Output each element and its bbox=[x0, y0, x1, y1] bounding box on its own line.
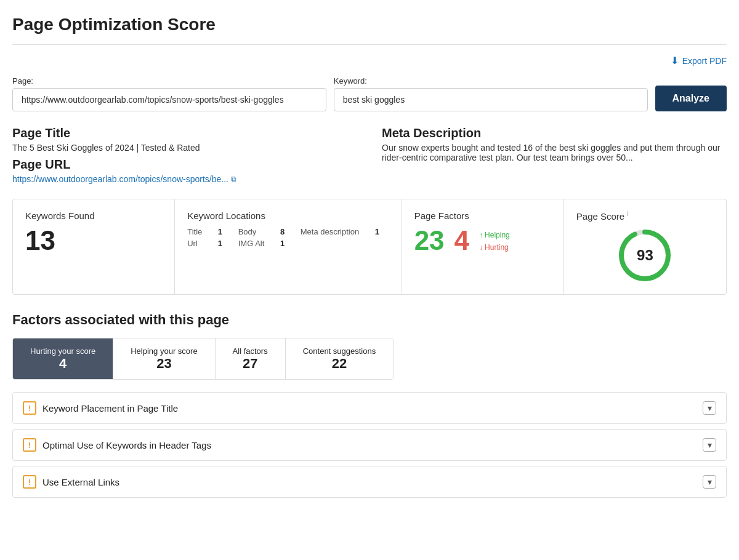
keywords-found-card: Keywords Found 13 bbox=[13, 199, 175, 294]
keywords-found-label: Keywords Found bbox=[25, 210, 162, 221]
imgalt-loc-value: 1 bbox=[280, 239, 294, 248]
factor-item-3-left: ! Use External Links bbox=[23, 475, 119, 489]
tab-helping-count: 23 bbox=[131, 356, 197, 372]
page-score-label: Page Score i bbox=[576, 210, 714, 222]
tab-helping[interactable]: Helping your score 23 bbox=[113, 338, 215, 379]
meta-right: Meta Description Our snow experts bought… bbox=[382, 126, 727, 184]
url-loc-value: 1 bbox=[218, 239, 232, 248]
collapse-icon-2[interactable]: ▾ bbox=[703, 438, 716, 452]
page-input[interactable] bbox=[12, 88, 326, 111]
page-factors-card: Page Factors 23 4 ↑ Helping ↓ Hurting bbox=[402, 199, 564, 294]
up-arrow-icon: ↑ bbox=[479, 231, 483, 239]
page-title: Page Optimization Score bbox=[12, 15, 727, 45]
tab-all[interactable]: All factors 27 bbox=[216, 338, 286, 379]
factor-item-1[interactable]: ! Keyword Placement in Page Title ▾ bbox=[12, 392, 727, 424]
keywords-found-value: 13 bbox=[25, 227, 162, 254]
body-loc-label: Body bbox=[238, 227, 274, 236]
collapse-icon-3[interactable]: ▾ bbox=[703, 475, 716, 489]
down-arrow-icon: ↓ bbox=[479, 243, 483, 252]
factor-item-2-left: ! Optimal Use of Keywords in Header Tags bbox=[23, 438, 211, 452]
imgalt-loc-label: IMG Alt bbox=[238, 239, 274, 248]
keyword-label: Keyword: bbox=[334, 76, 648, 86]
page-label: Page: bbox=[12, 76, 326, 86]
collapse-icon-1[interactable]: ▾ bbox=[703, 401, 716, 415]
tab-suggestions-count: 22 bbox=[303, 356, 376, 372]
tab-hurting[interactable]: Hurting your score 4 bbox=[13, 338, 113, 379]
warning-icon-2: ! bbox=[23, 438, 36, 452]
meta-description-label: Meta Description bbox=[382, 126, 727, 140]
page-title-value: The 5 Best Ski Goggles of 2024 | Tested … bbox=[12, 143, 357, 153]
keyword-locations-card: Keyword Locations Title 1 Body 8 Meta de… bbox=[175, 199, 402, 294]
meta-loc-value: 1 bbox=[375, 227, 389, 236]
meta-loc-label: Meta description bbox=[301, 227, 369, 236]
keyword-locations-grid: Title 1 Body 8 Meta description 1 Url 1 … bbox=[187, 227, 389, 248]
page-factors-label: Page Factors bbox=[414, 210, 551, 221]
factors-heading: Factors associated with this page bbox=[12, 312, 727, 328]
factor-name-2: Optimal Use of Keywords in Header Tags bbox=[42, 440, 211, 450]
info-superscript: i bbox=[627, 210, 628, 217]
title-loc-value: 1 bbox=[218, 227, 232, 236]
page-meta: Page Title The 5 Best Ski Goggles of 202… bbox=[12, 126, 727, 184]
factor-labels: ↑ Helping ↓ Hurting bbox=[479, 231, 510, 252]
page-url-section-label: Page URL bbox=[12, 158, 357, 172]
tab-helping-label: Helping your score bbox=[131, 346, 197, 356]
title-loc-label: Title bbox=[187, 227, 212, 236]
keyword-locations-label: Keyword Locations bbox=[187, 210, 389, 221]
page-score-card: Page Score i 93 bbox=[564, 199, 726, 294]
warning-icon-1: ! bbox=[23, 401, 36, 415]
tab-all-label: All factors bbox=[233, 346, 268, 356]
factor-name-1: Keyword Placement in Page Title bbox=[42, 403, 178, 414]
factor-item-1-left: ! Keyword Placement in Page Title bbox=[23, 401, 178, 415]
factor-name-3: Use External Links bbox=[42, 477, 119, 487]
export-label: Export PDF bbox=[682, 56, 727, 66]
stats-row: Keywords Found 13 Keyword Locations Titl… bbox=[12, 199, 727, 295]
analyze-button[interactable]: Analyze bbox=[655, 86, 727, 111]
export-pdf-button[interactable]: ⬇ Export PDF bbox=[671, 55, 727, 66]
url-section: Page URL https://www.outdoorgearlab.com/… bbox=[12, 158, 357, 184]
factor-item-2[interactable]: ! Optimal Use of Keywords in Header Tags… bbox=[12, 429, 727, 461]
page-url-link[interactable]: https://www.outdoorgearlab.com/topics/sn… bbox=[12, 174, 357, 184]
tab-suggestions-label: Content suggestions bbox=[303, 346, 376, 356]
meta-description-value: Our snow experts bought and tested 16 of… bbox=[382, 143, 727, 162]
keyword-input-group: Keyword: bbox=[334, 76, 648, 111]
tab-suggestions[interactable]: Content suggestions 22 bbox=[286, 338, 394, 379]
tab-hurting-label: Hurting your score bbox=[30, 346, 95, 356]
hurting-count: 4 bbox=[454, 227, 469, 254]
page-input-group: Page: bbox=[12, 76, 326, 111]
hurting-label: ↓ Hurting bbox=[479, 243, 510, 252]
download-icon: ⬇ bbox=[671, 55, 679, 66]
tab-all-count: 27 bbox=[233, 356, 268, 372]
meta-left: Page Title The 5 Best Ski Goggles of 202… bbox=[12, 126, 357, 184]
tab-hurting-count: 4 bbox=[30, 356, 95, 372]
keyword-input[interactable] bbox=[334, 88, 648, 111]
warning-icon-3: ! bbox=[23, 475, 36, 489]
body-loc-value: 8 bbox=[280, 227, 294, 236]
factors-section: Factors associated with this page Hurtin… bbox=[12, 312, 727, 498]
donut-wrapper: 93 bbox=[576, 228, 714, 283]
input-row: Page: Keyword: Analyze bbox=[12, 76, 727, 111]
helping-label: ↑ Helping bbox=[479, 231, 510, 239]
score-donut: 93 bbox=[617, 228, 672, 283]
score-value: 93 bbox=[637, 247, 653, 264]
page-title-section-label: Page Title bbox=[12, 126, 357, 140]
page-url-text: https://www.outdoorgearlab.com/topics/sn… bbox=[12, 174, 228, 184]
factor-list: ! Keyword Placement in Page Title ▾ ! Op… bbox=[12, 392, 727, 498]
external-link-icon: ⧉ bbox=[231, 175, 236, 183]
helping-count: 23 bbox=[414, 227, 445, 254]
page-factors-row: 23 4 ↑ Helping ↓ Hurting bbox=[414, 227, 551, 254]
factor-item-3[interactable]: ! Use External Links ▾ bbox=[12, 466, 727, 498]
url-loc-label: Url bbox=[187, 239, 212, 248]
tabs-row: Hurting your score 4 Helping your score … bbox=[12, 338, 394, 380]
